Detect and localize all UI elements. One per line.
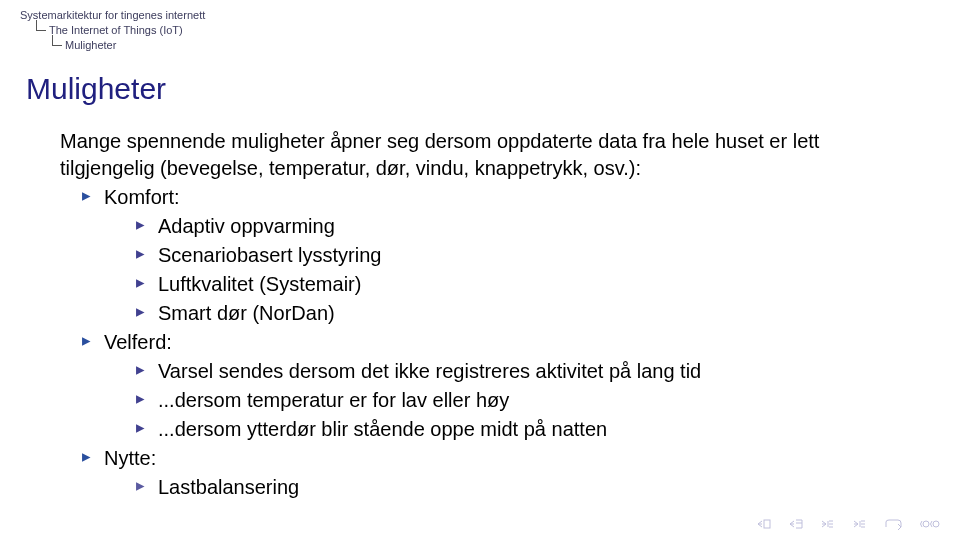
breadcrumb-root-label: Systemarkitektur for tingenes internett — [20, 8, 205, 23]
list-item: Velferd: Varsel sendes dersom det ikke r… — [86, 329, 890, 443]
nav-next-icon — [820, 519, 836, 529]
slide-body: Mange spennende muligheter åpner seg der… — [60, 128, 890, 503]
list-item-label: Lastbalansering — [158, 476, 299, 498]
list-item-label: Velferd: — [104, 331, 172, 353]
nav-last-icon — [852, 519, 868, 529]
list-item-label: Luftkvalitet (Systemair) — [158, 273, 361, 295]
svg-point-1 — [923, 521, 929, 527]
nav-back-button[interactable] — [884, 518, 902, 530]
nav-first-icon — [756, 519, 772, 529]
slide-root: Systemarkitektur for tingenes internett … — [0, 0, 960, 536]
svg-rect-0 — [764, 520, 770, 528]
list-item: Smart dør (NorDan) — [140, 300, 890, 327]
list-item: Nytte: Lastbalansering — [86, 445, 890, 501]
nav-first-button[interactable] — [756, 519, 772, 529]
list-item-label: ...dersom ytterdør blir stående oppe mid… — [158, 418, 607, 440]
breadcrumb-level2: Muligheter — [20, 38, 205, 53]
bullet-list-nested: Varsel sendes dersom det ikke registrere… — [104, 358, 890, 443]
breadcrumb-level1: The Internet of Things (IoT) — [20, 23, 205, 38]
breadcrumb-level2-label: Muligheter — [65, 38, 116, 53]
list-item: ...dersom ytterdør blir stående oppe mid… — [140, 416, 890, 443]
breadcrumb-level1-label: The Internet of Things (IoT) — [49, 23, 183, 38]
list-item-label: Smart dør (NorDan) — [158, 302, 335, 324]
list-item-label: Varsel sendes dersom det ikke registrere… — [158, 360, 701, 382]
list-item-label: Scenariobasert lysstyring — [158, 244, 381, 266]
nav-prev-button[interactable] — [788, 519, 804, 529]
breadcrumb-root: Systemarkitektur for tingenes internett — [20, 8, 205, 23]
tree-branch-icon — [52, 35, 62, 46]
page-title: Muligheter — [26, 72, 166, 106]
list-item: Komfort: Adaptiv oppvarming Scenariobase… — [86, 184, 890, 327]
list-item-label: Nytte: — [104, 447, 156, 469]
nav-repeat-icon — [918, 518, 940, 530]
nav-back-icon — [884, 518, 902, 530]
list-item-label: ...dersom temperatur er for lav eller hø… — [158, 389, 509, 411]
list-item: Varsel sendes dersom det ikke registrere… — [140, 358, 890, 385]
nav-next-button[interactable] — [820, 519, 836, 529]
bullet-list: Komfort: Adaptiv oppvarming Scenariobase… — [60, 184, 890, 501]
svg-point-2 — [933, 521, 939, 527]
nav-repeat-button[interactable] — [918, 518, 940, 530]
nav-last-button[interactable] — [852, 519, 868, 529]
tree-branch-icon — [36, 20, 46, 31]
list-item: Scenariobasert lysstyring — [140, 242, 890, 269]
list-item: ...dersom temperatur er for lav eller hø… — [140, 387, 890, 414]
list-item: Lastbalansering — [140, 474, 890, 501]
list-item: Adaptiv oppvarming — [140, 213, 890, 240]
breadcrumb: Systemarkitektur for tingenes internett … — [20, 8, 205, 53]
list-item: Luftkvalitet (Systemair) — [140, 271, 890, 298]
bullet-list-nested: Lastbalansering — [104, 474, 890, 501]
intro-text: Mange spennende muligheter åpner seg der… — [60, 128, 890, 182]
list-item-label: Komfort: — [104, 186, 180, 208]
nav-bar — [756, 518, 940, 530]
list-item-label: Adaptiv oppvarming — [158, 215, 335, 237]
bullet-list-nested: Adaptiv oppvarming Scenariobasert lyssty… — [104, 213, 890, 327]
nav-prev-icon — [788, 519, 804, 529]
